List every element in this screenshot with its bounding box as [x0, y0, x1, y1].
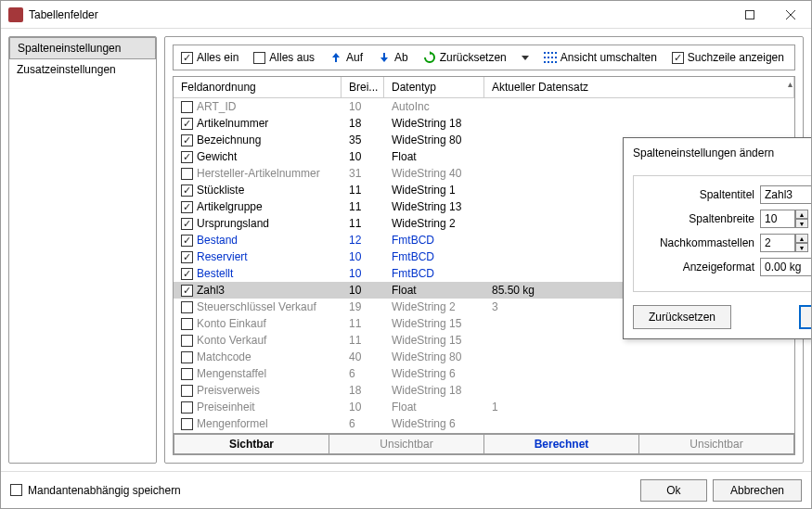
row-name: Mengenstaffel	[197, 367, 266, 380]
right-panel: Alles ein Alles aus Auf Ab Zurücksetzen …	[164, 36, 804, 464]
popup-ok-button[interactable]: Ok	[799, 305, 812, 329]
row-checkbox[interactable]	[181, 134, 193, 146]
svg-rect-8	[548, 57, 549, 58]
row-checkbox[interactable]	[181, 268, 193, 280]
row-breite: 12	[342, 234, 384, 247]
row-checkbox[interactable]	[181, 368, 193, 380]
filter-sichtbar[interactable]: Sichtbar	[174, 434, 329, 454]
svg-rect-4	[548, 52, 549, 54]
row-datentyp: FmtBCD	[384, 267, 484, 280]
alles-ein-toggle[interactable]: Alles ein	[181, 51, 238, 64]
table-row[interactable]: Mengenformel6WideString 6	[174, 415, 794, 432]
row-datentyp: WideString 18	[384, 384, 484, 397]
filter-unsichtbar2[interactable]: Unsichtbar	[639, 434, 794, 454]
left-nav: Spalteneinstellungen Zusatzeinstellungen	[8, 36, 157, 464]
alles-aus-toggle[interactable]: Alles aus	[253, 51, 315, 64]
header-datentyp[interactable]: Datentyp	[384, 77, 484, 97]
row-checkbox[interactable]	[181, 201, 193, 213]
row-datentyp: WideString 80	[384, 134, 484, 146]
reset-button[interactable]: Zurücksetzen	[423, 51, 507, 64]
row-checkbox[interactable]	[181, 418, 193, 430]
scroll-up-icon[interactable]: ▴	[788, 79, 793, 89]
anzeigeformat-label: Anzeigeformat	[643, 261, 754, 274]
anzeigeformat-input[interactable]	[760, 258, 812, 276]
row-checkbox[interactable]	[181, 385, 193, 397]
popup-reset-button[interactable]: Zurücksetzen	[633, 305, 731, 329]
popup-titlebar: Spalteneinstellungen ändern ✕	[624, 138, 812, 168]
row-checkbox[interactable]	[181, 351, 193, 363]
header-breite[interactable]: Brei...	[342, 77, 384, 97]
move-down-button[interactable]: Ab	[378, 51, 408, 64]
spaltenbreite-up[interactable]: ▲	[795, 210, 808, 219]
nachkomma-down[interactable]: ▼	[795, 243, 808, 252]
filter-berechnet[interactable]: Berechnet	[484, 434, 639, 454]
move-up-button[interactable]: Auf	[329, 51, 363, 64]
row-checkbox[interactable]	[181, 318, 193, 330]
nachkomma-up[interactable]: ▲	[795, 234, 808, 243]
close-button[interactable]	[770, 1, 811, 29]
row-name: Preisverweis	[197, 384, 260, 397]
row-datentyp: WideString 2	[384, 300, 484, 313]
maximize-button[interactable]	[729, 1, 770, 29]
table-row[interactable]: Preisverweis18WideString 18	[174, 382, 794, 399]
row-name: Ursprungsland	[197, 217, 269, 230]
row-checkbox[interactable]	[181, 335, 193, 347]
row-checkbox[interactable]	[181, 401, 193, 414]
filter-unsichtbar1[interactable]: Unsichtbar	[329, 434, 484, 454]
table-row[interactable]: Preiseinheit10Float1	[174, 399, 794, 415]
row-datentyp: WideString 15	[384, 334, 484, 347]
row-datentyp: WideString 15	[384, 317, 484, 330]
table-row[interactable]: Matchcode40WideString 80	[174, 349, 794, 365]
row-checkbox[interactable]	[181, 118, 193, 130]
row-breite: 31	[342, 167, 384, 180]
table-row[interactable]: Artikelnummer18WideString 18	[174, 115, 794, 132]
row-checkbox[interactable]	[181, 218, 193, 230]
spaltentitel-input[interactable]	[760, 185, 812, 204]
svg-rect-3	[544, 52, 546, 54]
row-checkbox[interactable]	[181, 168, 193, 180]
spaltenbreite-down[interactable]: ▼	[795, 219, 808, 228]
svg-rect-6	[555, 52, 557, 54]
popup-fieldset: Spaltentitel Spaltenbreite ▲▼ Nachkommas…	[633, 175, 812, 292]
popup-close-button[interactable]: ✕	[795, 146, 813, 160]
row-name: Matchcode	[197, 350, 251, 363]
searchrow-toggle[interactable]: Suchzeile anzeigen	[672, 51, 784, 64]
view-toggle-button[interactable]: Ansicht umschalten	[544, 51, 657, 64]
header-aktuell[interactable]: Aktueller Datensatz	[484, 77, 794, 97]
nav-item-spalteneinstellungen[interactable]: Spalteneinstellungen	[9, 37, 156, 59]
dialog-cancel-button[interactable]: Abbrechen	[713, 479, 802, 502]
row-name: Zahl3	[197, 284, 225, 297]
reset-dropdown[interactable]	[522, 56, 529, 60]
row-breite: 10	[342, 401, 384, 414]
row-checkbox[interactable]	[181, 301, 193, 313]
row-breite: 10	[342, 150, 384, 163]
row-breite: 18	[342, 384, 384, 397]
row-checkbox[interactable]	[181, 151, 193, 163]
window-titlebar: Tabellenfelder	[1, 1, 811, 29]
uncheck-icon	[253, 52, 265, 64]
mandant-checkbox[interactable]	[10, 484, 22, 496]
row-checkbox[interactable]	[181, 251, 193, 263]
row-checkbox[interactable]	[181, 101, 193, 113]
svg-rect-0	[746, 10, 754, 19]
row-name: Artikelnummer	[197, 117, 268, 130]
table-row[interactable]: ART_ID10AutoInc	[174, 98, 794, 115]
row-name: Mengenformel	[197, 417, 268, 430]
refresh-icon	[423, 51, 436, 64]
table-row[interactable]: Mengenstaffel6WideString 6	[174, 365, 794, 382]
nachkomma-input[interactable]	[760, 234, 795, 252]
row-checkbox[interactable]	[181, 185, 193, 197]
spaltenbreite-input[interactable]	[760, 210, 795, 228]
grid-footer: Sichtbar Unsichtbar Berechnet Unsichtbar	[174, 433, 794, 454]
row-checkbox[interactable]	[181, 285, 193, 297]
spaltentitel-label: Spaltentitel	[643, 188, 754, 201]
row-name: Bezeichnung	[197, 134, 261, 146]
nav-item-zusatzeinstellungen[interactable]: Zusatzeinstellungen	[9, 59, 156, 81]
row-breite: 11	[342, 217, 384, 230]
svg-rect-7	[544, 57, 546, 58]
dialog-footer: Mandantenabhängig speichern Ok Abbrechen	[1, 471, 811, 508]
row-checkbox[interactable]	[181, 235, 193, 247]
grid-icon	[544, 51, 557, 64]
dialog-ok-button[interactable]: Ok	[640, 479, 707, 502]
header-name[interactable]: Feldanordnung	[174, 77, 342, 97]
